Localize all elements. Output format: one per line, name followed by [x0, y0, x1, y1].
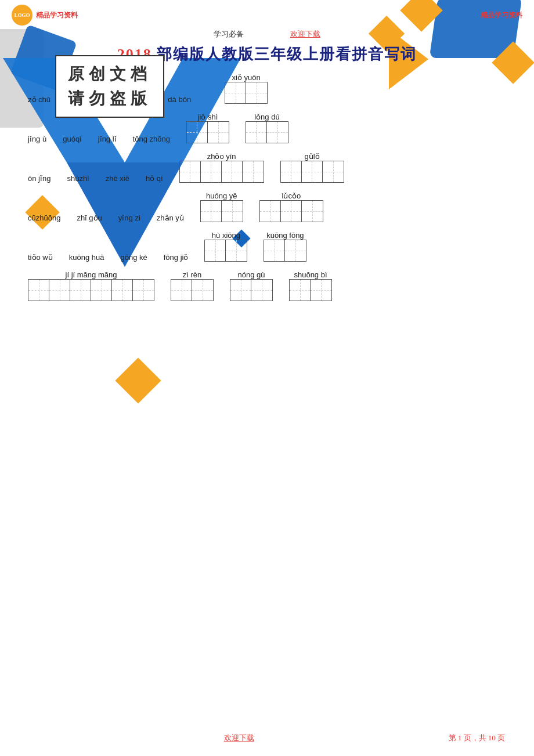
py-tongzhong: tōng zhōng: [133, 135, 170, 143]
row-6: jí jí māng māng zì rèn nóng gù: [28, 270, 506, 301]
py-tiaowu: tiǒo wǔ: [28, 253, 53, 262]
item-anjing: ōn jǐng: [28, 174, 50, 183]
gc: [201, 201, 222, 222]
gc: [260, 201, 281, 222]
gc: [281, 161, 302, 182]
py-huxiong: hù xiōng: [212, 231, 240, 240]
gc: [222, 201, 243, 222]
py-xiaoyuan: xiǒ yuōn: [232, 73, 261, 82]
item-tiaowu: tiǒo wǔ: [28, 253, 53, 262]
py-shuangbi: shuōng bì: [294, 270, 327, 279]
py-shuzhi: shùzhī: [67, 174, 89, 183]
grid-kuangfang: [264, 240, 306, 262]
grid-lucao: [259, 200, 323, 222]
footer-center: 欢迎下载: [224, 733, 254, 743]
gc: [323, 161, 344, 182]
py-zhigou: zhī gǒu: [77, 214, 102, 222]
grid-huxiong: [204, 240, 247, 262]
row-5: tiǒo wǔ kuōng huā gōng kè fōng jiǒ hù xi…: [28, 231, 506, 262]
grid-nonggu: [230, 279, 273, 301]
grid-jiaoshi: [186, 121, 229, 143]
gc: [226, 240, 247, 261]
py-cuzhong: cūzhūōng: [28, 214, 60, 222]
py-langdu: lǒng dú: [254, 113, 279, 121]
py-jimangmang: jí jí māng māng: [66, 270, 117, 279]
py-jingli: jǐng lǐ: [98, 135, 117, 143]
py-jiaoshi: jiǒ shì: [198, 113, 218, 121]
item-jingli: jǐng lǐ: [98, 135, 117, 143]
subtitle-right: 欢迎下载: [290, 29, 320, 39]
py-gulo: gǔlǒ: [305, 152, 320, 161]
grid-jimangmang: [28, 279, 154, 301]
py-ziren: zì rèn: [183, 270, 202, 279]
py-yingzi: yǐng zi: [118, 214, 140, 222]
gc: [180, 161, 201, 182]
gc: [246, 82, 267, 103]
item-kuangfang: kuōng fōng: [264, 231, 306, 262]
footer-right: 第 1 页，共 10 页: [449, 733, 506, 743]
grid-xiaoyuan: [225, 82, 268, 104]
item-ziren: zì rèn: [171, 270, 214, 301]
gc: [302, 161, 323, 182]
py-kuanghua: kuōng huā: [69, 253, 104, 262]
py-anjing: ōn jǐng: [28, 174, 50, 183]
item-hooqi: hǒ qí: [146, 174, 163, 183]
item-jiaoshi: jiǒ shì: [186, 113, 229, 143]
py-fangjia: fōng jiǒ: [164, 253, 189, 262]
item-zochu: zǒ chū: [28, 95, 50, 104]
item-guoqi: guóqì: [63, 135, 82, 143]
gc: [112, 280, 133, 301]
grid-ziren: [171, 279, 214, 301]
grid-huangye: [200, 200, 243, 222]
item-zhexie: zhè xiē: [106, 174, 129, 183]
item-huxiong: hù xiōng: [204, 231, 247, 262]
py-zochu: zǒ chū: [28, 95, 50, 104]
gc: [251, 280, 272, 301]
gc: [246, 122, 267, 143]
gc: [264, 240, 285, 261]
item-xiaoyuan: xiǒ yuōn: [225, 73, 268, 104]
item-shuzhi: shùzhī: [67, 174, 89, 183]
item-lucao: lǔcǒo: [259, 191, 323, 222]
py-gongke: gōng kè: [120, 253, 147, 262]
gc: [187, 122, 208, 143]
py-dabin: dà bōn: [168, 95, 191, 104]
gc: [267, 122, 288, 143]
gc: [70, 280, 91, 301]
grid-langdu: [246, 121, 288, 143]
gc: [205, 240, 226, 261]
logo-text: LOGO: [14, 12, 30, 18]
item-zhigou: zhī gǒu: [77, 214, 102, 222]
gc: [192, 280, 213, 301]
gc: [222, 161, 243, 182]
title-text: 部编版人教版三年级上册看拼音写词: [157, 46, 417, 63]
grid-gulo: [280, 161, 344, 183]
py-hooqi: hǒ qí: [146, 174, 163, 183]
py-nonggu: nóng gù: [238, 270, 265, 279]
gc: [285, 240, 306, 261]
item-cuzhong: cūzhūōng: [28, 214, 60, 222]
gc: [290, 280, 311, 301]
item-nonggu: nóng gù: [230, 270, 273, 301]
header-right-text: 精品学习资料: [481, 10, 522, 20]
gc: [243, 161, 264, 182]
item-yingzi: yǐng zi: [118, 214, 140, 222]
py-zhaoyin: zhǒo yīn: [207, 152, 236, 161]
gc: [225, 82, 246, 103]
item-zhaoyin: zhǒo yīn: [179, 152, 264, 183]
item-tongzhong: tōng zhōng: [133, 135, 170, 143]
item-jimangmang: jí jí māng māng: [28, 270, 154, 301]
gc: [230, 280, 251, 301]
subtitle-left: 学习必备: [214, 29, 244, 39]
py-kuangfang: kuōng fōng: [266, 231, 304, 240]
gc: [281, 201, 302, 222]
item-gulo: gǔlǒ: [280, 152, 344, 183]
logo-area: LOGO 精品学习资料: [12, 5, 78, 26]
item-shuangbi: shuōng bì: [289, 270, 332, 301]
footer: 欢迎下载 第 1 页，共 10 页: [0, 733, 534, 743]
gc: [171, 280, 192, 301]
item-zhanyu: zhǎn yǔ: [157, 214, 184, 222]
watermark-box: 原创文档 请勿盗版: [55, 55, 164, 118]
item-langdu: lǒng dú: [246, 113, 288, 143]
py-huangye: huóng yě: [206, 191, 237, 200]
